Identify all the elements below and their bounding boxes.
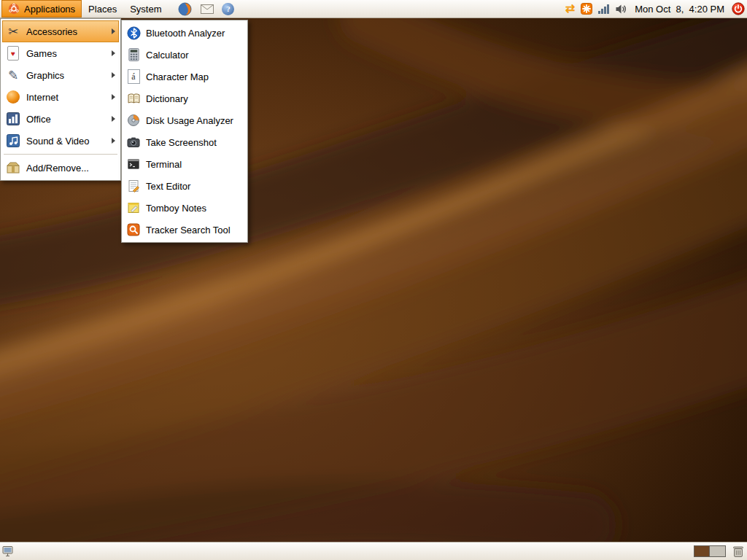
system-menu-label: System <box>130 4 161 15</box>
submenu-arrow-icon <box>112 28 115 34</box>
desktop-screen: Applications Places System <box>0 0 747 560</box>
tomboy-notes-icon <box>125 199 142 217</box>
submenu-arrow-icon <box>112 94 115 100</box>
software-update-icon[interactable] <box>581 3 592 15</box>
applications-menu-button[interactable]: Applications <box>1 0 82 18</box>
workspace-switcher[interactable] <box>694 545 726 557</box>
tracker-search-icon <box>125 221 142 238</box>
volume-icon[interactable] <box>615 4 627 15</box>
submenu-item-tracker-search-tool[interactable]: Tracker Search Tool <box>123 219 246 241</box>
submenu-item-character-map[interactable]: Character Map <box>123 66 246 88</box>
top-panel: Applications Places System <box>0 0 747 18</box>
show-desktop-icon[interactable] <box>2 545 15 558</box>
places-menu-button[interactable]: Places <box>82 0 123 18</box>
applications-menu-label: Applications <box>24 4 75 15</box>
panel-launchers <box>177 1 234 17</box>
applications-dropdown-menu: Accessories Games Graphics Internet <box>0 18 121 181</box>
menu-item-accessories[interactable]: Accessories <box>2 20 119 42</box>
submenu-arrow-icon <box>112 50 115 56</box>
workspace-1[interactable] <box>694 545 710 557</box>
submenu-arrow-icon <box>112 138 115 144</box>
submenu-item-terminal[interactable]: Terminal <box>123 153 246 175</box>
dictionary-icon <box>125 90 142 107</box>
system-tray: Mon Oct 8, 4:20 PM <box>565 0 747 18</box>
submenu-item-dictionary[interactable]: Dictionary <box>123 88 246 109</box>
menu-item-graphics[interactable]: Graphics <box>2 64 119 86</box>
internet-icon <box>4 88 22 106</box>
sound-video-icon <box>4 132 22 149</box>
graphics-icon <box>4 66 22 84</box>
menu-item-sound-video[interactable]: Sound & Video <box>2 130 119 152</box>
network-transfer-icon[interactable] <box>565 3 575 15</box>
submenu-item-take-screenshot[interactable]: Take Screenshot <box>123 131 246 153</box>
submenu-item-calculator[interactable]: Calculator <box>123 44 246 66</box>
menu-item-add-remove[interactable]: Add/Remove... <box>2 157 119 179</box>
submenu-item-disk-usage-analyzer[interactable]: Disk Usage Analyzer <box>123 109 246 131</box>
system-menu-button[interactable]: System <box>123 0 168 18</box>
clock[interactable]: Mon Oct 8, 4:20 PM <box>633 4 726 15</box>
menu-item-office[interactable]: Office <box>2 108 119 130</box>
submenu-item-tomboy-notes[interactable]: Tomboy Notes <box>123 197 246 219</box>
games-icon <box>4 44 22 62</box>
character-map-icon <box>125 68 142 85</box>
signal-strength-icon[interactable] <box>598 4 609 14</box>
text-editor-icon <box>125 177 142 195</box>
menu-item-internet[interactable]: Internet <box>2 86 119 108</box>
add-remove-icon <box>4 159 22 176</box>
disk-usage-icon <box>125 112 142 129</box>
submenu-arrow-icon <box>112 116 115 122</box>
submenu-item-text-editor[interactable]: Text Editor <box>123 175 246 197</box>
office-icon <box>4 110 22 128</box>
calculator-icon <box>125 46 142 63</box>
submenu-item-bluetooth-analyzer[interactable]: Bluetooth Analyzer <box>123 22 246 44</box>
workspace-2[interactable] <box>710 545 726 557</box>
email-icon[interactable] <box>199 1 215 17</box>
accessories-icon <box>4 23 22 40</box>
ubuntu-logo-icon <box>8 3 20 15</box>
places-menu-label: Places <box>88 4 117 15</box>
help-icon[interactable] <box>222 3 234 15</box>
trash-icon[interactable] <box>732 545 745 558</box>
menu-separator <box>4 154 117 155</box>
menu-item-games[interactable]: Games <box>2 42 119 64</box>
screenshot-icon <box>125 133 142 151</box>
accessories-submenu: Bluetooth Analyzer Calculator Character … <box>121 20 248 243</box>
power-button-icon[interactable] <box>732 2 745 15</box>
firefox-icon[interactable] <box>177 1 193 17</box>
terminal-icon <box>125 155 142 173</box>
submenu-arrow-icon <box>112 72 115 78</box>
menubar: Applications Places System <box>0 0 168 18</box>
bottom-panel <box>0 542 747 560</box>
bluetooth-icon <box>125 24 142 42</box>
